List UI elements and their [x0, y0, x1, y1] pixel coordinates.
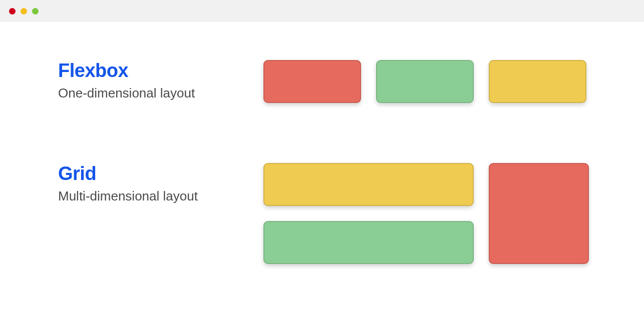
grid-box-red: [489, 163, 589, 264]
flexbox-section: Flexbox One-dimensional layout: [58, 60, 589, 103]
close-icon[interactable]: [9, 8, 16, 14]
grid-demo-area: [263, 163, 589, 264]
minimize-icon[interactable]: [21, 8, 27, 14]
window-titlebar: [0, 0, 644, 22]
flex-box-yellow: [489, 60, 586, 103]
flex-box-green: [376, 60, 474, 103]
grid-section: Grid Multi-dimensional layout: [58, 163, 589, 264]
grid-box-green: [263, 221, 474, 264]
zoom-icon[interactable]: [32, 8, 39, 14]
grid-box-yellow: [263, 163, 474, 206]
flexbox-subtitle: One-dimensional layout: [58, 86, 263, 101]
flexbox-title: Flexbox: [58, 60, 263, 82]
flex-box-red: [263, 60, 361, 103]
flexbox-demo-row: [263, 60, 589, 103]
content-area: Flexbox One-dimensional layout Grid Mult…: [0, 22, 644, 264]
grid-text-block: Grid Multi-dimensional layout: [58, 163, 263, 264]
grid-subtitle: Multi-dimensional layout: [58, 188, 263, 204]
grid-title: Grid: [58, 163, 263, 184]
flexbox-text-block: Flexbox One-dimensional layout: [58, 60, 263, 103]
